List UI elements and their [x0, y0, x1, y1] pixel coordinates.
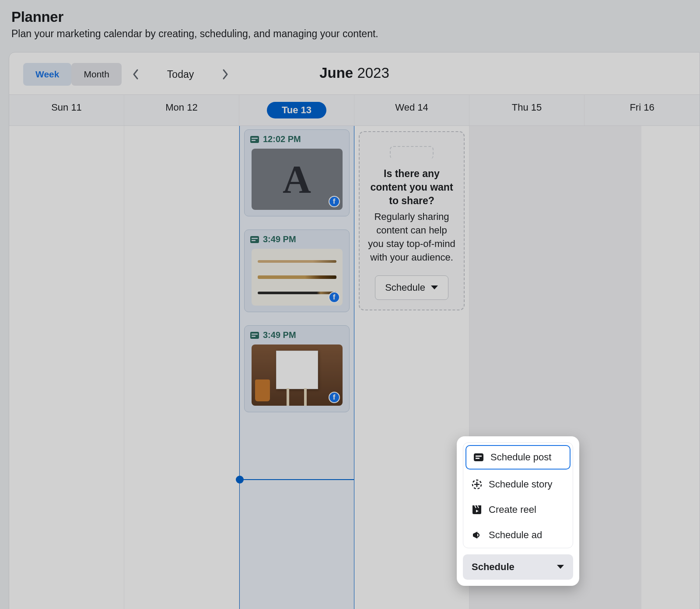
- day-col-mon[interactable]: [124, 126, 239, 609]
- day-head-mon[interactable]: Mon 12: [124, 95, 239, 125]
- day-col-wed[interactable]: Is there any content you want to share? …: [354, 126, 469, 609]
- today-button[interactable]: Today: [150, 69, 211, 80]
- post-icon: [473, 452, 484, 463]
- view-week-button[interactable]: Week: [23, 63, 71, 86]
- calendar-body: 12:02 PM A f 3:49 PM f: [9, 126, 700, 609]
- facebook-icon: f: [329, 292, 340, 303]
- post-time-row: 3:49 PM: [249, 330, 345, 340]
- prev-button[interactable]: [128, 66, 144, 82]
- day-col-fri[interactable]: [584, 126, 700, 609]
- day-head-tue[interactable]: Tue 13: [239, 95, 354, 125]
- planner-panel: Week Month Today June 2023 Sun 11 Mon 12…: [9, 52, 700, 609]
- post-thumbnail: A f: [252, 149, 343, 210]
- svg-rect-8: [252, 336, 256, 337]
- post-type-icon: [250, 331, 259, 340]
- post-thumbnail: f: [252, 345, 343, 406]
- day-head-fri[interactable]: Fri 16: [584, 95, 700, 125]
- toolbar: Week Month Today June 2023: [9, 52, 700, 94]
- svg-rect-14: [472, 505, 481, 508]
- next-button[interactable]: [217, 66, 233, 82]
- day-label-active: Tue 13: [267, 102, 326, 118]
- facebook-icon: f: [329, 196, 340, 207]
- chevron-right-icon: [221, 68, 229, 80]
- svg-rect-0: [250, 136, 259, 143]
- post-type-icon: [250, 135, 259, 144]
- menu-item-schedule-story[interactable]: Schedule story: [463, 472, 573, 497]
- story-icon: [471, 479, 483, 490]
- current-month: June: [319, 65, 353, 81]
- caret-down-icon: [556, 564, 564, 570]
- facebook-icon: f: [329, 392, 340, 403]
- day-head-wed[interactable]: Wed 14: [354, 95, 469, 125]
- day-col-tue[interactable]: 12:02 PM A f 3:49 PM f: [239, 126, 354, 609]
- empty-state-prompt: Is there any content you want to share? …: [359, 131, 465, 310]
- view-month-button[interactable]: Month: [71, 63, 121, 86]
- svg-rect-7: [252, 334, 258, 334]
- post-thumbnail: f: [252, 249, 343, 306]
- svg-rect-11: [476, 458, 480, 459]
- current-year: 2023: [357, 65, 389, 81]
- current-time-marker: [236, 476, 244, 484]
- day-label: Mon 12: [165, 102, 197, 113]
- view-toggle: Week Month: [23, 63, 122, 86]
- page-header: Planner Plan your marketing calendar by …: [0, 0, 700, 48]
- ghost-preview-icon: [390, 146, 434, 159]
- day-label: Fri 16: [630, 102, 654, 113]
- svg-rect-10: [476, 456, 482, 457]
- reel-icon: [471, 504, 483, 515]
- menu-item-schedule-post[interactable]: Schedule post: [466, 445, 570, 470]
- schedule-trigger-label: Schedule: [472, 561, 514, 573]
- page-subtitle: Plan your marketing calendar by creating…: [11, 28, 689, 40]
- day-label: Wed 14: [395, 102, 428, 113]
- current-time-line: [240, 479, 354, 480]
- post-card[interactable]: 3:49 PM f: [244, 230, 350, 312]
- day-col-sun[interactable]: [9, 126, 124, 609]
- prompt-body: Regularly sharing content can help you s…: [368, 210, 456, 264]
- schedule-button[interactable]: Schedule: [375, 275, 448, 300]
- day-head-thu[interactable]: Thu 15: [469, 95, 584, 125]
- svg-rect-5: [252, 240, 256, 241]
- schedule-menu-list: Schedule post Schedule story Create reel…: [463, 442, 573, 548]
- post-time-row: 3:49 PM: [249, 234, 345, 244]
- post-time-label: 3:49 PM: [263, 330, 296, 340]
- days-header: Sun 11 Mon 12 Tue 13 Wed 14 Thu 15 Fri 1…: [9, 94, 700, 126]
- month-year-label: June 2023: [319, 65, 389, 81]
- svg-rect-6: [250, 332, 259, 339]
- post-time-label: 3:49 PM: [263, 234, 296, 244]
- svg-rect-4: [252, 238, 258, 239]
- schedule-dropdown-trigger[interactable]: Schedule: [463, 554, 573, 580]
- menu-item-label: Schedule story: [489, 479, 553, 490]
- svg-rect-3: [250, 236, 259, 243]
- menu-item-label: Schedule ad: [489, 529, 542, 541]
- svg-rect-1: [252, 138, 258, 139]
- prompt-title: Is there any content you want to share?: [368, 167, 456, 208]
- schedule-menu-popup: Schedule post Schedule story Create reel…: [457, 436, 579, 586]
- caret-down-icon: [430, 285, 438, 290]
- page-title: Planner: [11, 9, 689, 25]
- day-label: Thu 15: [512, 102, 542, 113]
- post-card[interactable]: 12:02 PM A f: [244, 129, 350, 216]
- menu-item-label: Schedule post: [490, 452, 551, 463]
- menu-item-label: Create reel: [489, 504, 536, 515]
- post-time-row: 12:02 PM: [249, 134, 345, 144]
- svg-rect-9: [474, 453, 483, 461]
- menu-item-create-reel[interactable]: Create reel: [463, 497, 573, 522]
- post-type-icon: [250, 235, 259, 244]
- day-label: Sun 11: [51, 102, 82, 113]
- post-card[interactable]: 3:49 PM f: [244, 325, 350, 412]
- schedule-button-label: Schedule: [385, 282, 425, 293]
- menu-item-schedule-ad[interactable]: Schedule ad: [463, 522, 573, 548]
- svg-rect-2: [252, 140, 256, 141]
- day-head-sun[interactable]: Sun 11: [9, 95, 124, 125]
- ad-icon: [471, 529, 483, 541]
- post-time-label: 12:02 PM: [263, 134, 301, 144]
- chevron-left-icon: [132, 68, 140, 80]
